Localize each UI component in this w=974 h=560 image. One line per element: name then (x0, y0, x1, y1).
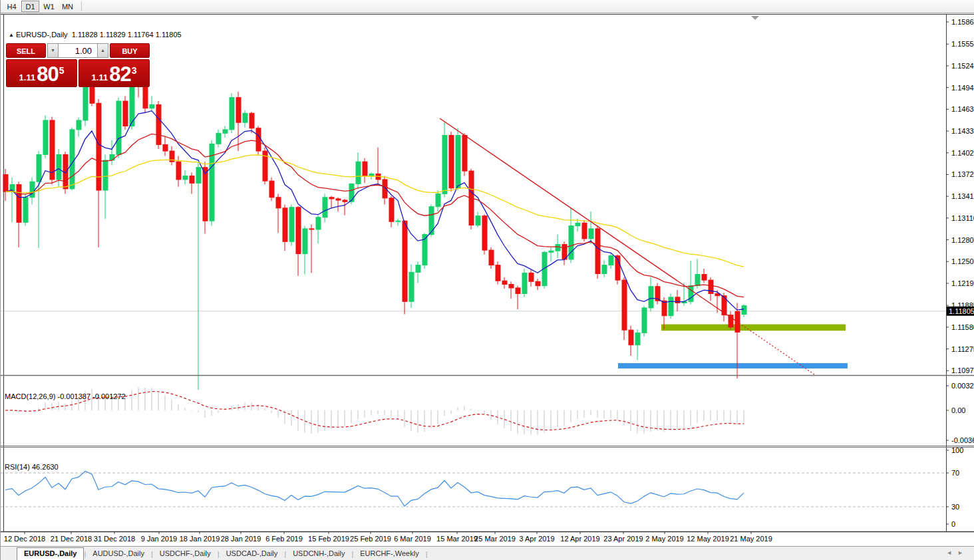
price-axis-label: 1.11580 (951, 323, 974, 331)
candle-body (3, 174, 8, 192)
candle-body (256, 128, 261, 151)
candle-body (409, 272, 414, 301)
candle-body (509, 285, 514, 288)
candle-body (236, 98, 241, 123)
date-axis-label: 18 Jan 2019 (180, 535, 220, 543)
candle-body (489, 250, 494, 265)
timeframe-button-mn[interactable]: MN (59, 1, 77, 12)
volume-decrease-button[interactable]: ▼ (47, 43, 59, 58)
timeframe-button-w1[interactable]: W1 (40, 1, 58, 12)
date-axis-label: 21 Dec 2018 (51, 535, 92, 543)
candle-body (642, 308, 647, 333)
one-click-trading-panel: SELL ▼ ▲ BUY 1.11805 1.11823 (6, 43, 150, 87)
candle-body (103, 160, 108, 190)
resistance-band-green[interactable] (661, 325, 846, 331)
candle-body (449, 135, 454, 188)
macd-label: MACD(12,26,9) -0.001387 -0.001272 (5, 392, 126, 400)
candle-body (622, 280, 627, 330)
date-axis-label: 12 May 2019 (687, 535, 729, 543)
candle-body (37, 154, 41, 182)
candle-body (416, 265, 420, 273)
candle-body (356, 162, 361, 184)
price-axis-label: 1.12805 (951, 236, 974, 244)
volume-stepper: ▼ ▲ (47, 43, 108, 58)
price-axis-label: 1.12500 (951, 257, 974, 265)
candle-body (635, 333, 640, 345)
date-axis-label: 15 Feb 2019 (308, 535, 349, 543)
candle-body (269, 181, 274, 198)
candle-body (496, 265, 500, 281)
tab-scroll-right-icon[interactable]: ► (957, 549, 969, 556)
candle-body (462, 135, 467, 171)
moving-average-21 (5, 134, 744, 297)
candle-body (403, 221, 407, 301)
macd-axis-label: 0.003287 (951, 382, 974, 390)
collapse-arrow-icon[interactable]: ▲ (9, 32, 14, 38)
candle-body (556, 245, 560, 251)
candle-body (476, 216, 480, 225)
buy-price-base: 1.11 (92, 71, 108, 84)
timeframe-button-d1[interactable]: D1 (21, 1, 39, 12)
volume-increase-button[interactable]: ▲ (97, 43, 108, 58)
buy-price-pip: 3 (132, 66, 137, 75)
chart-tab-audusd[interactable]: AUDUSD-,Daily (86, 548, 151, 560)
buy-quote-button[interactable]: 1.11823 (79, 59, 150, 87)
sell-button[interactable]: SELL (6, 43, 46, 58)
sell-quote-button[interactable]: 1.11805 (6, 59, 77, 87)
date-axis[interactable] (25, 532, 751, 534)
candle-body (190, 176, 194, 184)
chart-tab-eurusd[interactable]: EURUSD-,Daily (17, 547, 84, 560)
candle-body (389, 198, 394, 221)
date-axis-label: 6 Mar 2019 (394, 535, 431, 543)
candle-body (323, 198, 327, 217)
candle-body (216, 133, 221, 144)
price-axis-label: 1.15550 (951, 40, 974, 48)
date-axis-label: 12 Dec 2018 (4, 535, 45, 543)
rsi-axis-label: 70 (951, 469, 959, 477)
date-axis-label: 25 Mar 2019 (474, 535, 516, 543)
date-axis-label: 21 May 2019 (730, 535, 772, 543)
ohlc-values: 1.11828 1.11829 1.11764 1.11805 (72, 31, 182, 39)
chart-tab-eurchf[interactable]: EURCHF-,Weekly (353, 548, 425, 560)
price-axis-label: 1.14635 (951, 105, 974, 113)
candle-body (83, 87, 88, 120)
candle-body (589, 229, 593, 239)
tab-scroll-arrows[interactable]: ◄► (946, 549, 969, 556)
support-band-blue[interactable] (618, 363, 848, 368)
candle-body (110, 154, 114, 160)
candle-body (609, 256, 613, 265)
chart-canvas[interactable]: 1.158601.155501.152451.149401.146351.143… (1, 13, 974, 560)
candle-body (502, 281, 507, 284)
chart-tab-usdcad[interactable]: USDCAD-,Daily (220, 548, 285, 560)
buy-button[interactable]: BUY (110, 43, 150, 58)
candle-body (156, 104, 161, 144)
tab-scroll-left-icon[interactable]: ◄ (946, 549, 957, 556)
candle-body (17, 184, 21, 222)
price-axis-label: 1.14940 (951, 84, 974, 92)
buy-price-big: 82 (109, 64, 130, 84)
timeframe-button-h4[interactable]: H4 (3, 1, 21, 12)
candle-body (63, 154, 68, 188)
volume-input[interactable] (59, 43, 97, 58)
candle-body (549, 251, 554, 252)
candle-body (309, 229, 314, 229)
sell-price-big: 80 (37, 64, 58, 84)
rsi-line (5, 471, 744, 506)
price-axis-label: 1.10970 (951, 366, 974, 374)
chart-tab-usdchf[interactable]: USDCHF-,Daily (153, 548, 218, 560)
price-axis-label: 1.11275 (951, 345, 974, 353)
candle-body (349, 184, 354, 202)
candle-body (522, 273, 527, 293)
chart-tab-usdcnh[interactable]: USDCNH-,Daily (286, 548, 351, 560)
candle-body (702, 275, 707, 281)
date-axis-label: 12 Apr 2019 (560, 535, 599, 543)
candle-body (336, 199, 341, 200)
candle-body (482, 216, 487, 250)
candle-body (742, 306, 746, 315)
scroll-to-end-icon[interactable] (751, 16, 759, 20)
candle-body (329, 198, 334, 199)
price-axis-label: 1.15860 (951, 18, 974, 26)
candle-body (283, 208, 287, 241)
sell-price-pip: 5 (59, 66, 65, 75)
terminal-window: H4D1W1MN 1.158601.155501.152451.149401.1… (0, 0, 974, 560)
